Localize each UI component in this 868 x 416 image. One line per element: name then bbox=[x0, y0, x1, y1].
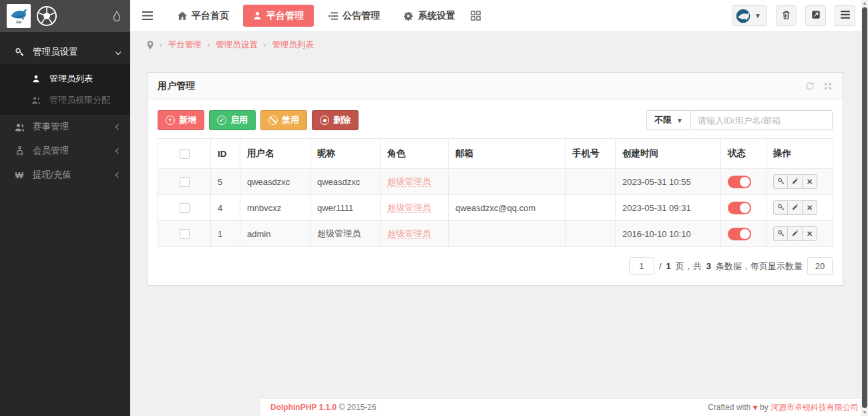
row-checkbox[interactable] bbox=[180, 177, 190, 187]
users-icon bbox=[13, 123, 25, 132]
expand-icon[interactable] bbox=[823, 81, 833, 91]
filter-dropdown[interactable]: 不限 ▼ bbox=[646, 110, 691, 130]
chevron-left-icon bbox=[116, 148, 121, 154]
select-all-checkbox[interactable] bbox=[180, 149, 190, 159]
tab-system-settings[interactable]: 系统设置 bbox=[394, 5, 465, 27]
edit-button[interactable] bbox=[788, 174, 803, 189]
hamburger-icon[interactable] bbox=[142, 11, 153, 20]
user-icon bbox=[253, 11, 262, 20]
edit-button[interactable] bbox=[788, 226, 803, 241]
authorize-button[interactable] bbox=[773, 200, 788, 215]
topbar-tools: ▼ bbox=[732, 5, 855, 26]
pencil-icon bbox=[791, 178, 799, 186]
delete-row-button[interactable]: ✕ bbox=[803, 226, 817, 241]
delete-row-button[interactable]: ✕ bbox=[803, 174, 817, 189]
gear-icon bbox=[404, 11, 413, 21]
status-toggle[interactable] bbox=[728, 202, 751, 214]
tab-platform-manage[interactable]: 平台管理 bbox=[243, 5, 314, 27]
dot-circle-icon bbox=[320, 116, 329, 125]
ban-circle-icon bbox=[268, 116, 278, 125]
app-logo[interactable]: GH bbox=[7, 4, 31, 28]
sidebar-item-events[interactable]: 赛事管理 bbox=[0, 115, 130, 139]
sidebar-header: GH bbox=[0, 0, 130, 32]
breadcrumb-link[interactable]: 管理员列表 bbox=[272, 39, 314, 51]
user-icon bbox=[30, 75, 42, 83]
status-toggle[interactable] bbox=[728, 176, 751, 188]
action-buttons: + 新增 ✓ 启用 禁用 删除 bbox=[158, 110, 359, 130]
authorize-button[interactable] bbox=[773, 226, 788, 241]
pagination-total-pages: 1 bbox=[666, 261, 671, 271]
cell-id: 5 bbox=[211, 169, 240, 195]
footer-company-link[interactable]: 河源市卓锐科技有限公司 bbox=[771, 403, 859, 412]
refresh-icon[interactable] bbox=[805, 81, 815, 91]
column-header-nickname: 昵称 bbox=[310, 139, 381, 169]
nav-tabs: 平台首页 平台管理 公告管理 系统设置 bbox=[168, 5, 465, 27]
tab-platform-home[interactable]: 平台首页 bbox=[168, 5, 239, 27]
external-link-button[interactable] bbox=[805, 5, 826, 26]
chevron-left-icon bbox=[116, 172, 121, 178]
topbar: 平台首页 平台管理 公告管理 系统设置 bbox=[130, 0, 868, 32]
breadcrumb-link[interactable]: 平台管理 bbox=[168, 39, 202, 51]
role-link[interactable]: 超级管理员 bbox=[387, 202, 431, 213]
status-toggle[interactable] bbox=[728, 228, 751, 240]
scroll-down-icon[interactable]: ▼ bbox=[861, 409, 868, 416]
water-drop-icon[interactable] bbox=[113, 11, 121, 21]
home-icon bbox=[178, 11, 187, 20]
enable-button[interactable]: ✓ 启用 bbox=[209, 110, 256, 130]
cell-username: admin bbox=[240, 221, 310, 247]
panel-header: 用户管理 bbox=[148, 73, 843, 100]
trash-button[interactable] bbox=[776, 5, 797, 26]
delete-row-button[interactable]: ✕ bbox=[803, 200, 817, 215]
edit-button[interactable] bbox=[788, 200, 803, 215]
sidebar: GH 管理员设置 管理员列表 bbox=[0, 0, 130, 416]
sidebar-menu: 管理员设置 管理员列表 管理员权限分配 赛事管理 bbox=[0, 32, 130, 187]
role-link[interactable]: 超级管理员 bbox=[387, 176, 431, 187]
grid-icon[interactable] bbox=[471, 11, 481, 21]
sidebar-item-admin-list[interactable]: 管理员列表 bbox=[0, 68, 130, 89]
tab-announcements[interactable]: 公告管理 bbox=[318, 5, 390, 27]
pagination-total-items: 3 bbox=[706, 261, 711, 271]
sidebar-item-admin-permissions[interactable]: 管理员权限分配 bbox=[0, 89, 130, 111]
tab-label: 公告管理 bbox=[343, 10, 380, 22]
breadcrumb-separator: › bbox=[264, 41, 266, 49]
cell-username: qweasdzxc bbox=[240, 169, 310, 195]
footer-left: DolphinPHP 1.1.0 © 2015-26 bbox=[270, 403, 377, 412]
menu-list-button[interactable] bbox=[835, 5, 855, 26]
footer-brand[interactable]: DolphinPHP 1.1.0 bbox=[270, 403, 337, 412]
delete-button[interactable]: 删除 bbox=[312, 110, 359, 130]
key-icon bbox=[777, 178, 785, 186]
cell-email bbox=[449, 169, 566, 195]
row-checkbox[interactable] bbox=[180, 229, 190, 239]
cell-id: 4 bbox=[211, 195, 240, 221]
sidebar-item-members[interactable]: 会员管理 bbox=[0, 139, 130, 163]
users-table: ID 用户名 昵称 角色 邮箱 手机号 创建时间 状态 操作 5qweasdzx… bbox=[158, 138, 833, 247]
user-menu-button[interactable]: ▼ bbox=[732, 5, 767, 26]
table-row: 5qweasdzxcqweasdzxc超级管理员2023-05-31 10:55… bbox=[158, 169, 833, 195]
chevron-left-icon bbox=[116, 124, 121, 130]
page-size-input[interactable] bbox=[807, 257, 833, 275]
scrollbar-thumb[interactable] bbox=[862, 7, 867, 408]
search-input[interactable] bbox=[691, 110, 833, 130]
delete-button-label: 删除 bbox=[333, 114, 351, 126]
table-toolbar: + 新增 ✓ 启用 禁用 删除 bbox=[158, 110, 833, 130]
page-number-input[interactable] bbox=[629, 257, 654, 275]
pencil-icon bbox=[791, 230, 799, 238]
sidebar-item-admin-settings[interactable]: 管理员设置 bbox=[0, 40, 130, 64]
close-icon: ✕ bbox=[807, 204, 813, 212]
scroll-up-icon[interactable]: ▲ bbox=[861, 0, 868, 7]
row-checkbox[interactable] bbox=[180, 203, 190, 213]
cell-phone bbox=[566, 169, 616, 195]
breadcrumb-link[interactable]: 管理员设置 bbox=[216, 39, 258, 51]
list-icon bbox=[841, 11, 850, 21]
stream-icon bbox=[328, 12, 338, 20]
table-row: 4mnbvcxzqwer1111超级管理员qweasdzxc@qq.com202… bbox=[158, 195, 833, 221]
role-link[interactable]: 超级管理员 bbox=[387, 228, 431, 239]
filter-label: 不限 bbox=[654, 114, 672, 126]
authorize-button[interactable] bbox=[773, 174, 788, 189]
add-button[interactable]: + 新增 bbox=[158, 110, 204, 130]
close-icon: ✕ bbox=[807, 230, 813, 238]
column-header-actions: 操作 bbox=[767, 139, 833, 169]
disable-button[interactable]: 禁用 bbox=[260, 110, 307, 130]
column-header-id: ID bbox=[211, 139, 240, 169]
sidebar-item-withdraw-recharge[interactable]: ₩ 提现/充值 bbox=[0, 163, 130, 187]
